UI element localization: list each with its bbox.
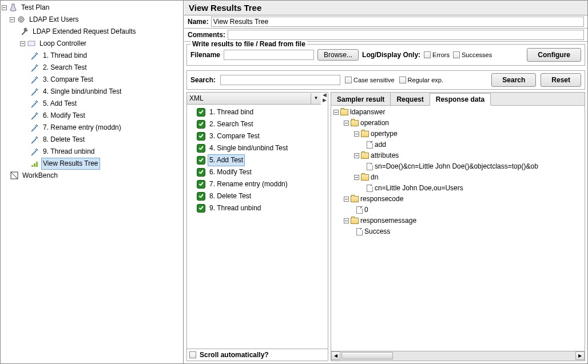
name-input[interactable]: [211, 17, 584, 27]
toggle-icon[interactable]: [344, 218, 349, 223]
tree-node-sampler[interactable]: 2. Search Test: [2, 62, 183, 74]
result-item[interactable]: 2. Search Test: [189, 118, 326, 130]
toggle-icon[interactable]: [2, 5, 7, 10]
toggle-icon[interactable]: [333, 110, 339, 115]
search-input[interactable]: [220, 75, 340, 85]
tree-node-sampler[interactable]: 3. Compare Test: [2, 74, 183, 86]
result-label: 5. Add Test: [208, 154, 245, 166]
result-item[interactable]: 8. Delete Test: [189, 190, 326, 202]
xml-label: responsemessage: [360, 215, 416, 226]
file-icon: [356, 206, 363, 214]
toggle-icon[interactable]: [344, 121, 349, 126]
xml-node[interactable]: opertype: [332, 129, 583, 139]
dropper-icon: [30, 111, 39, 121]
configure-button[interactable]: Configure: [527, 48, 581, 62]
tree-node-sampler[interactable]: 6. Modify Test: [2, 110, 183, 122]
check-icon: [197, 204, 205, 213]
xml-label: responsecode: [360, 194, 403, 205]
search-label: Search:: [190, 76, 216, 84]
errors-checkbox[interactable]: Errors: [424, 51, 450, 58]
renderer-dropdown[interactable]: XML ▼: [187, 93, 321, 105]
result-item[interactable]: 1. Thread bind: [189, 106, 326, 118]
results-list: 1. Thread bind2. Search Test3. Compare T…: [187, 105, 328, 349]
dropper-icon: [30, 63, 39, 73]
results-tree-icon: [30, 159, 39, 169]
tree-node-sampler[interactable]: 7. Rename entry (moddn): [2, 122, 183, 134]
checkbox-icon: [424, 51, 431, 58]
scroll-auto-checkbox[interactable]: [189, 351, 196, 358]
loop-icon: [27, 39, 36, 49]
xml-node[interactable]: responsecode: [332, 194, 583, 205]
toggle-icon[interactable]: [354, 175, 359, 180]
xml-leaf[interactable]: add: [332, 139, 583, 150]
result-item[interactable]: 3. Compare Test: [189, 130, 326, 142]
scroll-right-button[interactable]: ▶: [575, 351, 585, 360]
dropper-icon: [30, 87, 39, 97]
xml-node[interactable]: operation: [332, 118, 583, 129]
splitter-handle[interactable]: ◀▶: [321, 93, 328, 105]
tree-label: View Results Tree: [41, 158, 100, 170]
toggle-icon[interactable]: [354, 131, 359, 137]
xml-leaf[interactable]: sn=Doe()&cn=Little John Doe()&objectclas…: [332, 161, 583, 172]
xml-leaf[interactable]: 0: [332, 205, 583, 215]
xml-label: sn=Doe()&cn=Little John Doe()&objectclas…: [375, 161, 538, 172]
check-icon: [197, 192, 205, 201]
gear-icon: [17, 15, 26, 25]
toggle-icon[interactable]: [10, 17, 15, 22]
xml-leaf[interactable]: cn=Little John Doe,ou=Users: [332, 183, 583, 194]
toggle-icon[interactable]: [354, 153, 359, 158]
tree-label: 5. Add Test: [41, 98, 78, 110]
regular-exp-checkbox[interactable]: Regular exp.: [399, 77, 443, 83]
result-item[interactable]: 7. Rename entry (moddn): [189, 178, 326, 190]
tree-node-sampler[interactable]: 1. Thread bind: [2, 50, 183, 62]
tree-node-test-plan[interactable]: Test Plan: [2, 2, 183, 14]
result-item[interactable]: 9. Thread unbind: [189, 202, 326, 214]
toggle-icon[interactable]: [344, 197, 349, 202]
tree-node-ldap-ext[interactable]: LDAP Ext Users: [2, 14, 183, 26]
xml-node[interactable]: attributes: [332, 150, 583, 161]
tree-node-sampler[interactable]: 9. Thread unbind: [2, 146, 183, 158]
tab-response-data[interactable]: Response data: [430, 93, 491, 106]
scroll-thumb[interactable]: [341, 352, 393, 359]
check-icon: [197, 132, 205, 141]
tree-node-sampler[interactable]: 5. Add Test: [2, 98, 183, 110]
tree-node-workbench[interactable]: WorkBench: [2, 170, 183, 182]
search-button[interactable]: Search: [491, 73, 536, 87]
horizontal-scrollbar[interactable]: ◀ ▶: [331, 351, 585, 361]
xml-label: ldapanswer: [350, 107, 385, 118]
xml-leaf[interactable]: Success: [332, 226, 583, 237]
tab-request[interactable]: Request: [391, 93, 430, 105]
tree-label: 2. Search Test: [41, 62, 89, 74]
result-item[interactable]: 6. Modify Test: [189, 166, 326, 178]
result-item[interactable]: 5. Add Test: [189, 154, 326, 166]
tree-node-view-results-tree[interactable]: View Results Tree: [2, 158, 183, 170]
filename-input[interactable]: [224, 50, 314, 60]
xml-label: Success: [364, 226, 390, 237]
toggle-icon[interactable]: [20, 41, 25, 46]
successes-checkbox[interactable]: Successes: [453, 51, 492, 58]
result-tabs: Sampler result Request Response data: [331, 93, 585, 106]
tree-label: 4. Single bind/unbind Test: [41, 86, 123, 98]
checkbox-icon: [453, 51, 460, 58]
xml-node[interactable]: responsemessage: [332, 215, 583, 226]
xml-label: opertype: [371, 129, 398, 139]
folder-icon: [361, 174, 369, 181]
xml-node[interactable]: dn: [332, 172, 583, 183]
tree-label: 6. Modify Test: [41, 110, 87, 122]
case-sensitive-checkbox[interactable]: Case sensitive: [345, 77, 395, 83]
comments-input[interactable]: [228, 30, 584, 40]
tree-label: 1. Thread bind: [41, 50, 89, 62]
svg-rect-4: [34, 163, 35, 167]
tree-node-sampler[interactable]: 8. Delete Test: [2, 134, 183, 146]
tree-node-sampler[interactable]: 4. Single bind/unbind Test: [2, 86, 183, 98]
browse-button[interactable]: Browse...: [317, 49, 359, 61]
result-item[interactable]: 4. Single bind/unbind Test: [189, 142, 326, 154]
tree-node-ldap-defaults[interactable]: LDAP Extended Request Defaults: [2, 26, 183, 38]
xml-node[interactable]: ldapanswer: [332, 107, 583, 118]
reset-button[interactable]: Reset: [541, 73, 581, 87]
scroll-left-button[interactable]: ◀: [331, 351, 340, 360]
panel-title: View Results Tree: [184, 1, 587, 15]
dropper-icon: [30, 135, 39, 145]
tab-sampler-result[interactable]: Sampler result: [331, 93, 391, 105]
tree-node-loop[interactable]: Loop Controller: [2, 38, 183, 50]
